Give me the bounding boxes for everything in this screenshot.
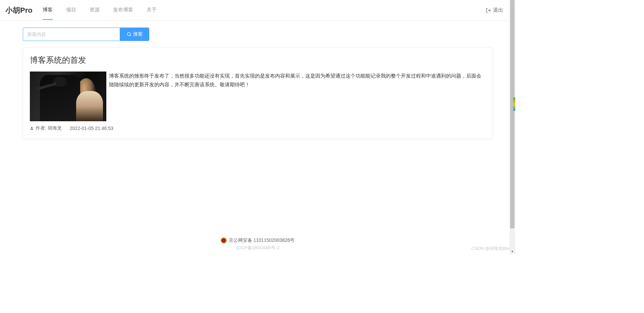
nav-item-publish[interactable]: 发布博客: [113, 1, 133, 20]
search-row: 搜索: [23, 28, 492, 41]
nav-item-about[interactable]: 关于: [147, 1, 157, 20]
search-input[interactable]: [23, 28, 120, 41]
nav-left: 小胡Pro 博客 项目 资源 发布博客 关于: [5, 1, 157, 20]
footer: 京公网安备 11011502003826号 京ICP备18032005号-2: [0, 234, 515, 254]
scrollbar-thumb[interactable]: [510, 0, 515, 228]
post-author-label: 作者: 胡海龙: [36, 125, 62, 131]
nav-item-blog[interactable]: 博客: [43, 1, 53, 20]
post-body: 博客系统的雏形终于发布了，当然很多功能还没有实现，首先实现的是发布内容和展示，这…: [30, 72, 485, 121]
nav-items: 博客 项目 资源 发布博客 关于: [43, 1, 157, 20]
svg-line-2: [130, 35, 131, 36]
scroll-down-arrow[interactable]: ▾: [509, 249, 515, 254]
user-icon: [30, 126, 34, 130]
scrollbar[interactable]: ▾: [509, 0, 515, 254]
brand-logo[interactable]: 小胡Pro: [5, 5, 33, 15]
search-icon: [127, 32, 131, 37]
post-thumbnail: [30, 72, 106, 121]
footer-icp[interactable]: 京ICP备18032005号-2: [0, 245, 515, 251]
svg-point-1: [127, 33, 130, 36]
search-button[interactable]: 搜索: [120, 28, 149, 41]
logout-label: 退出: [493, 7, 503, 13]
main-container: 搜索 博客系统的首发 博客系统的雏形终于发布了，当然很多功能还没有实现，首先实现…: [23, 21, 492, 145]
navbar: 小胡Pro 博客 项目 资源 发布博客 关于 退出: [0, 0, 515, 21]
post-title: 博客系统的首发: [30, 55, 485, 65]
search-button-label: 搜索: [133, 31, 143, 37]
watermark: CSDN @胡海龙Blog: [471, 245, 511, 252]
post-timestamp: 2022-01-05 21:46:53: [70, 126, 113, 131]
post-summary: 博客系统的雏形终于发布了，当然很多功能还没有实现，首先实现的是发布内容和展示，这…: [109, 72, 485, 121]
logout-icon: [486, 8, 491, 13]
logout-button[interactable]: 退出: [486, 7, 510, 13]
beian-text: 京公网安备 11011502003826号: [229, 237, 295, 243]
nav-item-resource[interactable]: 资源: [90, 1, 100, 20]
post-meta: 作者: 胡海龙 2022-01-05 21:46:53: [30, 125, 485, 131]
footer-beian[interactable]: 京公网安备 11011502003826号: [0, 237, 515, 243]
side-color-tab: [513, 97, 515, 111]
post-card[interactable]: 博客系统的首发 博客系统的雏形终于发布了，当然很多功能还没有实现，首先实现的是发…: [23, 48, 492, 138]
police-badge-icon: [221, 237, 227, 243]
nav-item-project[interactable]: 项目: [66, 1, 76, 20]
post-author: 作者: 胡海龙: [30, 125, 62, 131]
